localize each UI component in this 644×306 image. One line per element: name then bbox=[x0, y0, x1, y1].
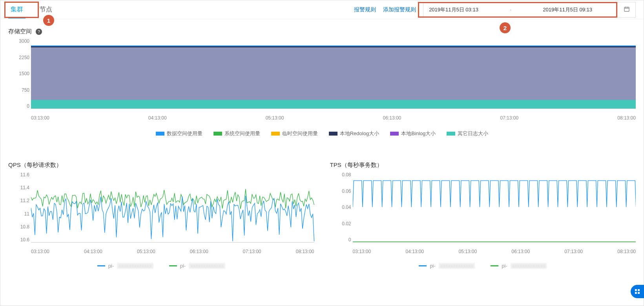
ytick: 0.04 bbox=[332, 205, 351, 210]
layer-other-log bbox=[31, 100, 636, 109]
ytick: 0.02 bbox=[332, 221, 351, 226]
storage-legend: 数据空间使用量 系统空间使用量 临时空间使用量 本地Redolog大小 本地Bi… bbox=[8, 130, 636, 137]
tps-chart: TPS（每秒事务数） 0.08 0.06 0.04 0.02 0 03:13:0 bbox=[330, 153, 636, 269]
xtick: 07:13:00 bbox=[564, 249, 583, 254]
ytick: 2250 bbox=[11, 55, 29, 60]
legend-label: pi- bbox=[108, 263, 114, 269]
xtick: 06:13:00 bbox=[511, 249, 530, 254]
svg-rect-2 bbox=[635, 289, 637, 291]
legend-label: pi- bbox=[502, 263, 507, 269]
xtick: 05:13:00 bbox=[458, 249, 477, 254]
legend-label: 系统空间使用量 bbox=[224, 130, 260, 137]
svg-rect-5 bbox=[638, 292, 640, 294]
tps-legend: pi-xxxxxxxxxxxxx pi-xxxxxxxxxxxxx bbox=[330, 263, 636, 269]
ytick: 10.6 bbox=[11, 237, 29, 243]
legend-temp[interactable]: 临时空间使用量 bbox=[271, 130, 318, 137]
xtick: 07:13:00 bbox=[243, 249, 261, 254]
storage-y-axis: 3000 2250 1500 750 0 bbox=[11, 38, 29, 109]
qps-chart: QPS（每秒请求数） 11.6 11.4 11.2 11 10.8 10.6 bbox=[8, 153, 314, 269]
legend-label: 其它日志大小 bbox=[458, 130, 488, 137]
highlight-tab-cluster bbox=[4, 2, 39, 18]
ytick: 3000 bbox=[11, 38, 29, 44]
ytick: 11.2 bbox=[11, 198, 29, 203]
svg-rect-3 bbox=[638, 289, 640, 291]
xtick: 04:13:00 bbox=[405, 249, 424, 254]
ytick: 0 bbox=[11, 103, 29, 109]
legend-redolog[interactable]: 本地Redolog大小 bbox=[329, 130, 379, 137]
xtick: 06:13:00 bbox=[383, 115, 401, 121]
storage-title-row: 存储空间 ? bbox=[8, 28, 636, 35]
legend-binlog[interactable]: 本地Binlog大小 bbox=[390, 130, 436, 137]
xtick: 04:13:00 bbox=[148, 115, 167, 121]
qps-svg bbox=[31, 172, 314, 242]
ytick: 10.8 bbox=[11, 224, 29, 230]
xtick: 05:13:00 bbox=[137, 249, 155, 254]
ytick: 750 bbox=[11, 87, 29, 93]
ytick: 0 bbox=[332, 237, 351, 243]
storage-title: 存储空间 bbox=[8, 28, 32, 35]
svg-rect-0 bbox=[624, 7, 629, 11]
qps-y-axis: 11.6 11.4 11.2 11 10.8 10.6 bbox=[11, 172, 29, 243]
blurred-id: xxxxxxxxxxxxx bbox=[511, 263, 547, 269]
legend-label: 临时空间使用量 bbox=[282, 130, 318, 137]
link-group: 报警规则 添加报警规则 bbox=[354, 6, 416, 13]
calendar-icon bbox=[624, 6, 630, 13]
ytick: 0.08 bbox=[332, 172, 351, 177]
blurred-id: xxxxxxxxxxxxx bbox=[439, 263, 475, 269]
legend-label: 本地Redolog大小 bbox=[340, 130, 379, 137]
blurred-id: xxxxxxxxxxxxx bbox=[189, 263, 225, 269]
legend-data[interactable]: 数据空间使用量 bbox=[156, 130, 203, 137]
xtick: 03:13:00 bbox=[31, 115, 49, 121]
alarm-rules-link[interactable]: 报警规则 bbox=[354, 6, 376, 13]
annotation-badge-1: 1 bbox=[43, 15, 54, 26]
xtick: 06:13:00 bbox=[190, 249, 208, 254]
xtick: 03:13:00 bbox=[31, 249, 49, 254]
legend-label: 本地Binlog大小 bbox=[401, 130, 436, 137]
tps-svg bbox=[353, 172, 636, 242]
add-alarm-rule-link[interactable]: 添加报警规则 bbox=[383, 6, 416, 13]
tps-x-axis: 03:13:00 04:13:00 05:13:00 06:13:00 07:1… bbox=[353, 249, 636, 254]
tps-legend-b[interactable]: pi-xxxxxxxxxxxxx bbox=[491, 263, 547, 269]
ytick: 11.6 bbox=[11, 172, 29, 177]
qps-plot[interactable] bbox=[31, 172, 314, 243]
svg-rect-4 bbox=[635, 292, 637, 294]
layer-sys bbox=[31, 46, 636, 47]
legend-label: 数据空间使用量 bbox=[167, 130, 203, 137]
xtick: 07:13:00 bbox=[500, 115, 518, 121]
xtick: 08:13:00 bbox=[617, 115, 636, 121]
tps-title: TPS（每秒事务数） bbox=[330, 161, 383, 169]
qps-legend-a[interactable]: pi-xxxxxxxxxxxxx bbox=[97, 263, 153, 269]
xtick: 04:13:00 bbox=[84, 249, 102, 254]
qps-x-axis: 03:13:00 04:13:00 05:13:00 06:13:00 07:1… bbox=[31, 249, 314, 254]
storage-chart: 3000 2250 1500 750 0 03:13:00 04:13:00 0… bbox=[8, 38, 636, 137]
ytick: 11.4 bbox=[11, 185, 29, 190]
ytick: 1500 bbox=[11, 71, 29, 76]
help-icon[interactable]: ? bbox=[36, 29, 42, 35]
ytick: 0.06 bbox=[332, 188, 351, 194]
tps-legend-a[interactable]: pi-xxxxxxxxxxxxx bbox=[419, 263, 475, 269]
qps-title: QPS（每秒请求数） bbox=[8, 161, 62, 169]
xtick: 08:13:00 bbox=[296, 249, 314, 254]
highlight-date-range bbox=[418, 2, 617, 18]
legend-label: pi- bbox=[180, 263, 186, 269]
ytick: 11 bbox=[11, 211, 29, 217]
legend-sys[interactable]: 系统空间使用量 bbox=[213, 130, 260, 137]
qps-legend-b[interactable]: pi-xxxxxxxxxxxxx bbox=[169, 263, 225, 269]
qps-legend: pi-xxxxxxxxxxxxx pi-xxxxxxxxxxxxx bbox=[8, 263, 314, 269]
float-apps-button[interactable] bbox=[631, 285, 644, 298]
legend-label: pi- bbox=[430, 263, 435, 269]
xtick: 05:13:00 bbox=[266, 115, 284, 121]
layer-data bbox=[31, 45, 636, 46]
storage-plot[interactable] bbox=[31, 38, 636, 109]
xtick: 03:13:00 bbox=[353, 249, 371, 254]
xtick: 08:13:00 bbox=[617, 249, 636, 254]
tps-y-axis: 0.08 0.06 0.04 0.02 0 bbox=[332, 172, 351, 243]
layer-redolog bbox=[31, 47, 636, 100]
tps-plot[interactable] bbox=[353, 172, 636, 243]
legend-otherlog[interactable]: 其它日志大小 bbox=[447, 130, 488, 137]
blurred-id: xxxxxxxxxxxxx bbox=[117, 263, 153, 269]
annotation-badge-2: 2 bbox=[500, 22, 511, 33]
storage-x-axis: 03:13:00 04:13:00 05:13:00 06:13:00 07:1… bbox=[31, 115, 636, 121]
